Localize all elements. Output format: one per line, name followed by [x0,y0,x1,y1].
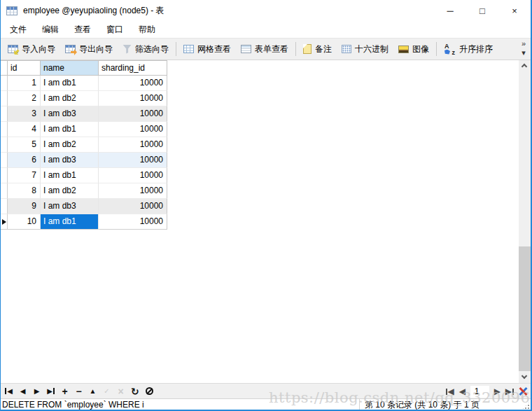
minimize-button[interactable]: ─ [434,0,466,21]
menu-window[interactable]: 窗口 [99,22,131,38]
hex-button[interactable]: 十六进制 [337,40,393,58]
row-selector[interactable] [1,168,8,183]
cell-name[interactable]: I am db1 [41,168,99,183]
next-record-button[interactable]: ▶ [33,388,41,395]
previous-record-button[interactable]: ◀ [19,388,27,395]
last-page-button[interactable]: ▶ [505,387,514,396]
form-icon [241,45,251,53]
cell-name-selected[interactable]: I am db1 [41,214,99,230]
tools-icon[interactable] [518,386,528,397]
hex-icon [342,45,351,53]
previous-page-button[interactable]: ◀ [458,387,466,396]
menu-help[interactable]: 帮助 [131,22,163,38]
cell-id[interactable]: 7 [8,168,41,183]
cell-id[interactable]: 1 [8,76,41,91]
page-number-input[interactable] [470,386,489,398]
table-window-icon [6,6,18,15]
toolbar: 导入向导 导出向导 筛选向导 网格查看 表单查看 备注 十六进制 [1,38,531,60]
resize-grip[interactable] [522,402,530,410]
menu-view[interactable]: 查看 [66,22,99,38]
memo-button[interactable]: 备注 [298,40,337,58]
row-selector[interactable] [1,106,8,122]
vertical-scrollbar[interactable] [519,60,531,383]
menu-file[interactable]: 文件 [2,22,34,38]
row-selector[interactable] [1,137,8,153]
cell-name[interactable]: I am db1 [41,122,99,137]
cell-sharding-id[interactable]: 10000 [99,76,167,91]
cell-name[interactable]: I am db1 [41,76,99,91]
row-selector[interactable] [1,76,8,91]
row-selector[interactable] [1,153,8,168]
sort-ascending-button[interactable]: Az 升序排序 [439,40,498,58]
stop-button[interactable] [146,387,153,395]
chevron-down-icon: ▾ [519,48,528,57]
data-grid: id name sharding_id 1 I am db1 10000 2 I… [1,60,167,230]
cell-sharding-id[interactable]: 10000 [99,153,167,168]
record-count-text: 第 10 条记录 (共 10 条) 于 1 页 [365,400,519,410]
cell-id[interactable]: 2 [8,91,41,106]
cell-id[interactable]: 3 [8,106,41,122]
sort-ascending-icon: Az [444,44,456,55]
cell-sharding-id[interactable]: 10000 [99,199,167,214]
cell-sharding-id[interactable]: 10000 [99,183,167,199]
cell-sharding-id[interactable]: 10000 [99,91,167,106]
cell-id[interactable]: 9 [8,199,41,214]
app-window: employee @yeyupiaoling (node5) - 表 ─ □ ×… [0,0,532,411]
scroll-up-arrow-icon[interactable] [519,60,531,72]
filter-wizard-button[interactable]: 筛选向导 [118,40,174,58]
cell-sharding-id[interactable]: 10000 [99,106,167,122]
form-view-button[interactable]: 表单查看 [236,40,293,58]
first-page-button[interactable]: ◀ [446,387,454,396]
edit-record-button[interactable]: ▲ [89,388,97,395]
title-bar: employee @yeyupiaoling (node5) - 表 ─ □ × [1,0,531,21]
scroll-down-arrow-icon[interactable] [519,371,531,383]
cell-name[interactable]: I am db3 [41,106,99,122]
table-row: 8 I am db2 10000 [1,183,167,199]
cell-name[interactable]: I am db2 [41,183,99,199]
menu-edit[interactable]: 编辑 [34,22,66,38]
current-row-indicator[interactable] [1,214,8,230]
cell-id[interactable]: 8 [8,183,41,199]
cell-name[interactable]: I am db3 [41,199,99,214]
table-row: 9 I am db3 10000 [1,199,167,214]
first-record-button[interactable]: ◀ [5,388,13,395]
delete-record-button[interactable]: − [75,386,83,396]
row-selector[interactable] [1,122,8,137]
next-page-button[interactable]: ▶ [493,387,501,396]
cell-sharding-id[interactable]: 10000 [99,122,167,137]
refresh-button[interactable]: ↻ [131,386,139,396]
cell-id[interactable]: 10 [8,214,41,230]
toolbar-overflow-button[interactable]: » ▾ [519,39,528,57]
row-selector[interactable] [1,199,8,214]
cell-id[interactable]: 5 [8,137,41,153]
cell-sharding-id[interactable]: 10000 [99,168,167,183]
status-bar: DELETE FROM `employee` WHERE i 第 10 条记录 … [1,398,531,410]
export-wizard-button[interactable]: 导出向导 [60,40,118,58]
row-selector[interactable] [1,91,8,106]
scrollbar-thumb[interactable] [519,246,531,371]
image-button[interactable]: 图像 [393,40,434,58]
sort-icon-letter-a: A [444,43,449,50]
cell-name[interactable]: I am db2 [41,91,99,106]
row-selector[interactable] [1,183,8,199]
last-record-button[interactable]: ▶ [47,388,55,395]
grid-view-button[interactable]: 网格查看 [178,40,236,58]
cell-id[interactable]: 4 [8,122,41,137]
close-button[interactable]: × [498,0,531,21]
maximize-button[interactable]: □ [466,0,498,21]
record-navigation-bar: ◀ ◀ ▶ ▶ + − ▲ ✓ × ↻ ◀ ◀ ▶ ▶ [1,383,531,398]
add-record-button[interactable]: + [61,386,69,396]
column-header-id[interactable]: id [8,61,41,76]
cell-sharding-id[interactable]: 10000 [99,137,167,153]
column-header-sharding-id[interactable]: sharding_id [99,61,167,76]
grid-view-label: 网格查看 [197,43,231,55]
cell-id[interactable]: 6 [8,153,41,168]
window-title: employee @yeyupiaoling (node5) - 表 [23,5,164,17]
import-wizard-button[interactable]: 导入向导 [3,40,60,58]
cell-name[interactable]: I am db3 [41,153,99,168]
import-wizard-label: 导入向导 [22,43,55,55]
cell-name[interactable]: I am db2 [41,137,99,153]
cell-sharding-id[interactable]: 10000 [99,214,167,230]
column-header-name[interactable]: name [41,61,99,76]
toolbar-separator [176,42,176,56]
